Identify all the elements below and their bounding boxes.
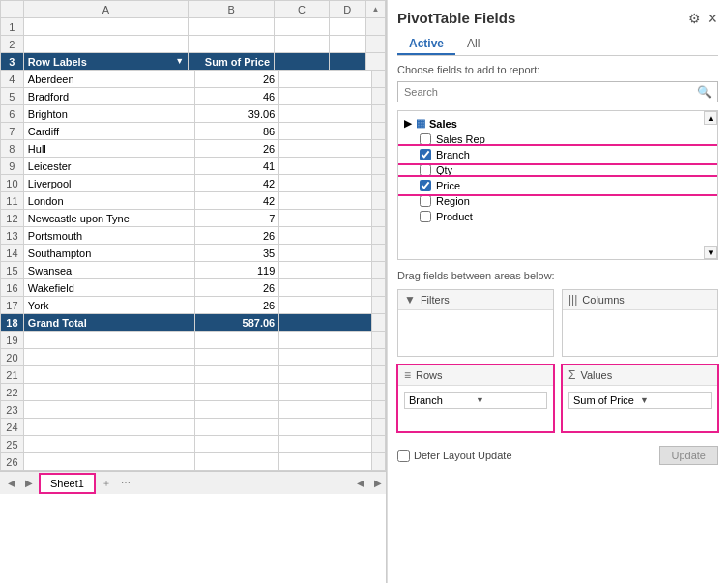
empty-row: 24 [1, 419, 386, 436]
defer-label[interactable]: Defer Layout Update [397, 450, 512, 462]
checkbox-price[interactable] [420, 180, 431, 191]
search-icon: 🔍 [697, 85, 712, 99]
table-row: 14Southampton35 [1, 245, 386, 262]
table-row: 11London42 [1, 192, 386, 210]
filters-content[interactable] [398, 310, 553, 356]
filters-area: ▼ Filters [397, 289, 554, 357]
city-cell[interactable]: Brighton [23, 105, 194, 123]
tab-all[interactable]: All [455, 34, 491, 55]
add-sheet-icon[interactable]: ＋ [98, 477, 115, 490]
table-icon: ▦ [416, 117, 425, 130]
city-cell[interactable]: Aberdeen [23, 71, 194, 88]
rows-icon: ≡ [404, 368, 411, 382]
panel-tabs: Active All [397, 34, 718, 56]
scroll-col-header: ▲ [365, 1, 385, 18]
city-cell[interactable]: York [23, 297, 194, 314]
empty-row: 23 [1, 401, 386, 419]
col-c-header: C [275, 1, 330, 18]
filter-dropdown-icon[interactable]: ▼ [175, 56, 184, 66]
row-2: 2 [1, 36, 386, 53]
city-cell[interactable]: Cardiff [23, 123, 194, 140]
value-cell: 41 [194, 158, 279, 175]
checkbox-branch[interactable] [420, 149, 431, 160]
rows-branch-dropdown[interactable]: Branch ▼ [404, 392, 547, 409]
col-a-header: A [23, 1, 189, 18]
field-list-scroll-down[interactable]: ▼ [704, 246, 717, 259]
field-sales-rep[interactable]: Sales Rep [398, 131, 717, 147]
table-row: 16Wakefield26 [1, 279, 386, 297]
value-cell: 7 [194, 210, 279, 227]
city-cell[interactable]: Southampton [23, 245, 194, 262]
nav-left-icon[interactable]: ◀ [353, 478, 368, 488]
city-cell[interactable]: Portsmouth [23, 227, 194, 245]
search-input[interactable] [404, 86, 697, 98]
settings-icon-btn[interactable]: ⚙ [688, 11, 701, 26]
field-qty[interactable]: Qty [398, 162, 717, 178]
field-region[interactable]: Region [398, 193, 717, 209]
checkbox-product[interactable] [420, 211, 431, 222]
tab-next-icon[interactable]: ▶ [21, 478, 37, 488]
sheet1-tab[interactable]: Sheet1 [39, 473, 96, 494]
tab-bar: ◀ ▶ Sheet1 ＋ ⋯ ◀ ▶ [0, 471, 386, 494]
rows-area: ≡ Rows Branch ▼ [397, 364, 554, 432]
field-product[interactable]: Product [398, 209, 717, 224]
empty-row: 25 [1, 436, 386, 453]
city-cell[interactable]: London [23, 192, 194, 210]
values-dd-arrow[interactable]: ▼ [640, 395, 707, 405]
filters-icon: ▼ [404, 293, 416, 306]
rows-header: ≡ Rows [398, 365, 553, 386]
values-area: Σ Values Sum of Price ▼ [562, 364, 718, 432]
empty-row: 19 [1, 332, 386, 349]
row-labels-header[interactable]: Row Labels ▼ [23, 53, 189, 71]
nav-right-icon[interactable]: ▶ [370, 478, 386, 488]
field-list-scroll-up[interactable]: ▲ [704, 111, 717, 125]
value-cell: 587.06 [194, 314, 279, 332]
city-cell[interactable]: Leicester [23, 158, 194, 175]
panel-header: PivotTable Fields ⚙ ✕ [397, 10, 718, 26]
grand-total-label: Grand Total [23, 314, 194, 332]
checkbox-sales-rep[interactable] [420, 133, 431, 145]
tab-prev-icon[interactable]: ◀ [4, 478, 19, 488]
city-cell[interactable]: Swansea [23, 262, 194, 279]
sales-section-header[interactable]: ▶ ▦ Sales [398, 115, 717, 131]
panel-title: PivotTable Fields [397, 10, 515, 26]
value-cell: 86 [194, 123, 279, 140]
value-cell: 26 [194, 227, 279, 245]
field-price[interactable]: Price [398, 178, 717, 193]
columns-icon: ||| [568, 293, 577, 306]
table-row: 9Leicester41 [1, 158, 386, 175]
sheet-menu-icon[interactable]: ⋯ [117, 478, 134, 488]
values-header: Σ Values [563, 365, 717, 386]
table-row: 13Portsmouth26 [1, 227, 386, 245]
choose-label: Choose fields to add to report: [397, 64, 718, 75]
tab-active[interactable]: Active [397, 34, 455, 55]
pivot-data-table: 4Aberdeen265Bradford466Brighton39.067Car… [0, 70, 386, 471]
rows-dd-arrow[interactable]: ▼ [476, 395, 542, 405]
spreadsheet-area: A B C D ▲ 1 [0, 0, 387, 583]
pivot-panel: PivotTable Fields ⚙ ✕ Active All Choose … [387, 0, 728, 583]
values-sum-dropdown[interactable]: Sum of Price ▼ [568, 392, 712, 409]
city-cell[interactable]: Hull [23, 140, 194, 158]
value-cell: 26 [194, 297, 279, 314]
update-button[interactable]: Update [659, 446, 718, 465]
value-cell: 39.06 [194, 105, 279, 123]
table-row: 5Bradford46 [1, 88, 386, 105]
checkbox-region[interactable] [420, 195, 431, 207]
table-row: 8Hull26 [1, 140, 386, 158]
close-icon-btn[interactable]: ✕ [707, 11, 718, 26]
city-cell[interactable]: Bradford [23, 88, 194, 105]
row-1: 1 [1, 18, 386, 36]
defer-checkbox[interactable] [397, 450, 410, 462]
value-cell: 26 [194, 71, 279, 88]
columns-content[interactable] [563, 310, 717, 356]
field-branch[interactable]: Branch [398, 147, 717, 162]
value-cell: 42 [194, 175, 279, 192]
city-cell[interactable]: Liverpool [23, 175, 194, 192]
sum-of-price-header[interactable]: Sum of Price [189, 53, 275, 71]
pivot-header-row: 3 Row Labels ▼ Sum of Price [1, 53, 386, 71]
city-cell[interactable]: Newcastle upon Tyne [23, 210, 194, 227]
checkbox-qty[interactable] [420, 164, 431, 176]
city-cell[interactable]: Wakefield [23, 279, 194, 297]
search-box: 🔍 [397, 81, 718, 102]
values-icon: Σ [568, 368, 575, 382]
